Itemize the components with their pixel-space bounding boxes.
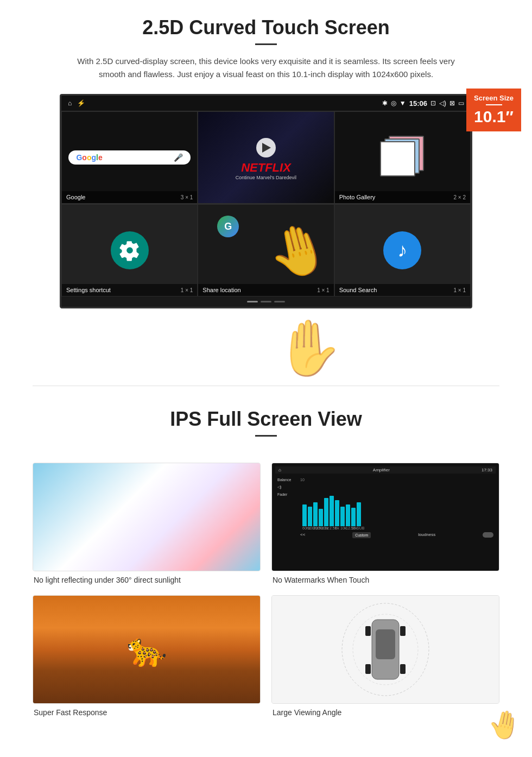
app-grid-row2: Settings shortcut 1 × 1 G 🤚 Share locati… (61, 204, 471, 297)
feature-item-sunlight: No light reflecting under 360° direct su… (33, 463, 261, 584)
amp-bar-3[interactable] (319, 509, 323, 526)
amp-freq-label-3: 500hz (319, 526, 323, 530)
badge-label: Screen Size (474, 94, 514, 102)
home-icon[interactable]: ⌂ (68, 99, 72, 107)
amp-bar-4[interactable] (324, 498, 328, 526)
amp-freq-label-10: SUB (357, 526, 361, 530)
location-icon: ◎ (391, 99, 396, 107)
screen-icon[interactable]: ⊠ (449, 99, 455, 107)
amp-bar-8[interactable] (346, 504, 350, 526)
mic-icon[interactable]: 🎤 (174, 153, 183, 162)
amp-custom-btn[interactable]: Custom (352, 532, 371, 538)
amp-balance-label: Balance (277, 478, 294, 482)
share-location-cell[interactable]: G 🤚 Share location 1 × 1 (198, 204, 334, 297)
amp-bar-10[interactable] (357, 502, 361, 526)
ips-section: IPS Full Screen View (0, 392, 532, 452)
share-location-label: Share location 1 × 1 (198, 284, 333, 296)
sound-search-cell[interactable]: ♪ Sound Search 1 × 1 (334, 204, 471, 297)
photo-gallery-label: Photo Gallery 2 × 2 (335, 191, 470, 203)
amp-bar-1[interactable] (308, 507, 312, 526)
amp-freq-label-8: 12.5k (346, 526, 350, 530)
photo-gallery-cell[interactable]: Photo Gallery 2 × 2 (334, 111, 471, 204)
hand-pointing-icon: 🤚 (261, 216, 334, 286)
settings-icon-wrap (111, 231, 149, 269)
settings-cell[interactable]: Settings shortcut 1 × 1 (61, 204, 198, 297)
amp-bar-2[interactable] (313, 502, 318, 526)
watermarks-label: No Watermarks When Touch (271, 576, 499, 584)
photo-gallery-app-name: Photo Gallery (339, 194, 376, 200)
amp-freq-labels: 60hz100hz200hz500hz1k2.5k5k10k12.5k15kSU… (300, 526, 493, 530)
netflix-subtitle: Continue Marvel's Daredevil (236, 175, 296, 180)
viewing-angle-svg (331, 598, 440, 701)
netflix-app-cell[interactable]: NETFLIX Continue Marvel's Daredevil Netf… (198, 111, 334, 204)
section-1-desc: With 2.5D curved-display screen, this de… (76, 55, 456, 81)
amp-controls-row: << Custom loudness (300, 530, 493, 540)
status-time: 15:06 (409, 99, 427, 108)
dot-3 (274, 301, 285, 302)
amp-freq-label-6: 5k (335, 526, 339, 530)
google-app-cell[interactable]: Google 🎤 Google 3 × 1 (61, 111, 198, 204)
share-location-app-size: 1 × 1 (317, 287, 330, 293)
amp-freq-label-5: 2.5k (330, 526, 334, 530)
svg-rect-5 (400, 626, 406, 636)
amp-freq-label-1: 100hz (308, 526, 312, 530)
svg-rect-7 (400, 664, 406, 674)
amp-bar-9[interactable] (351, 508, 356, 526)
window-icon[interactable]: ▭ (458, 99, 464, 107)
section-2-title: IPS Full Screen View (33, 408, 499, 431)
car-top-image (271, 595, 499, 704)
amp-time: 17:33 (482, 468, 492, 472)
google-search-bar[interactable]: Google 🎤 (68, 150, 190, 165)
volume-icon[interactable]: ◁) (439, 99, 446, 107)
amp-bar-7[interactable] (340, 507, 345, 526)
amp-status-bar: ⌂ Amplifier 17:33 (275, 466, 496, 474)
usb-icon: ⚡ (77, 99, 85, 107)
title-divider (255, 43, 277, 45)
pagination-dots (61, 297, 471, 307)
dot-1 (247, 301, 258, 302)
amp-screen-content: ⌂ Amplifier 17:33 Balance ◁) Fader 10 60… (272, 463, 499, 571)
amp-fader-label: Fader (277, 493, 294, 496)
cheetah-bg: 🐆 (33, 596, 260, 703)
ips-title-divider (255, 435, 277, 437)
status-bar-right: ✱ ◎ ▼ 15:06 ⊡ ◁) ⊠ ▭ (382, 99, 464, 108)
amp-freq-label-4: 1k (324, 526, 328, 530)
google-app-size: 3 × 1 (181, 194, 193, 200)
sound-search-app-name: Sound Search (339, 287, 377, 293)
google-label: Google 3 × 1 (62, 191, 197, 203)
amp-bar-5[interactable] (330, 496, 334, 526)
amp-freq-label-0: 60hz (302, 526, 307, 530)
amp-bars-container: 10 60hz100hz200hz500hz1k2.5k5k10k12.5k15… (300, 478, 493, 540)
viewing-angle-label: Large Viewing Angle (271, 708, 499, 717)
amp-bar-6[interactable] (335, 500, 339, 526)
play-button[interactable] (256, 138, 276, 157)
camera-icon[interactable]: ⊡ (430, 99, 436, 107)
amp-loudness-label: loudness (418, 532, 435, 538)
amplifier-image: ⌂ Amplifier 17:33 Balance ◁) Fader 10 60… (271, 463, 499, 571)
settings-gear-icon (119, 239, 141, 261)
photo-card-3 (380, 141, 415, 176)
feature-grid: No light reflecting under 360° direct su… (0, 452, 532, 733)
netflix-logo: NETFLIX (236, 161, 296, 175)
amp-toggle[interactable] (483, 532, 493, 538)
status-bar-left: ⌂ ⚡ (68, 99, 85, 107)
wifi-icon: ▼ (400, 99, 406, 107)
google-logo: Google (76, 153, 102, 162)
dot-2 (261, 301, 271, 302)
bluetooth-icon: ✱ (382, 99, 388, 107)
music-note-icon: ♪ (397, 239, 407, 262)
cheetah-image: 🐆 (33, 595, 261, 704)
screen-size-badge: Screen Size 10.1″ (466, 89, 521, 131)
touch-hand-area: ✋ (0, 316, 532, 380)
maps-g-logo: G (217, 216, 239, 237)
google-app-name: Google (66, 194, 85, 200)
amp-bar-0[interactable] (302, 504, 307, 526)
amp-freq-label-2: 200hz (313, 526, 318, 530)
android-screen: ⌂ ⚡ ✱ ◎ ▼ 15:06 ⊡ ◁) ⊠ ▭ (60, 94, 472, 308)
sound-icon-wrap: ♪ (383, 231, 421, 269)
sound-search-label: Sound Search 1 × 1 (335, 284, 470, 296)
status-bar: ⌂ ⚡ ✱ ◎ ▼ 15:06 ⊡ ◁) ⊠ ▭ (61, 96, 471, 111)
sky-gradient (33, 463, 260, 571)
photo-gallery-app-size: 2 × 2 (453, 194, 466, 200)
amp-main: Balance ◁) Fader 10 60hz100hz200hz500hz1… (275, 476, 496, 542)
